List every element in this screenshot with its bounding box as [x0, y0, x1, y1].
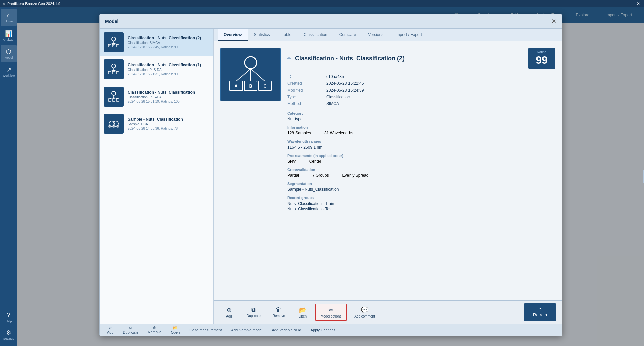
go-to-measurement-button[interactable]: Go to measurement	[186, 327, 225, 333]
remove-button[interactable]: 🗑 Remove	[268, 304, 290, 320]
sidebar-bottom: ? Help ⚙ Settings	[1, 308, 17, 346]
info-grid: ID c10aa435 Created 2024-05-28 15:22:45 …	[287, 74, 555, 106]
model-options-button[interactable]: ✏ Model options	[315, 304, 347, 321]
model-thumb-icon-3	[107, 90, 120, 103]
svg-line-32	[251, 69, 265, 81]
svg-point-27	[112, 125, 115, 128]
model-thumb-4	[104, 114, 124, 134]
wavelength-range-value: 1164.5 - 2509.1 nm	[287, 145, 555, 150]
model-info-2: Classification - Nuts_Classification (1)…	[128, 63, 209, 76]
info-row: 128 Samples 31 Wavelengths	[287, 131, 555, 135]
model-options-label: Model options	[321, 314, 341, 318]
model-item-sample-nuts[interactable]: Sample - Nuts_Classification Sample, PCA…	[100, 110, 213, 137]
action-remove-button[interactable]: 🗑 Remove	[144, 324, 165, 335]
duplicate-button[interactable]: ⧉ Duplicate	[242, 304, 265, 320]
detail-tab-statistics[interactable]: Statistics	[248, 29, 276, 41]
open-label: Open	[299, 314, 307, 318]
add-variable-or-id-button[interactable]: Add Variable or Id	[269, 327, 305, 333]
record-group-1: Nuts_Classification - Train	[287, 201, 555, 206]
action-duplicate-button[interactable]: ⧉ Duplicate	[120, 324, 142, 336]
sidebar-item-home[interactable]: ⌂ Home	[1, 9, 17, 26]
detail-tab-classification[interactable]: Classification	[298, 29, 333, 41]
model-thumb-icon-1: A B C	[107, 36, 120, 49]
retrain-button[interactable]: ↺ Retrain	[524, 303, 556, 321]
model-date-4: 2024-05-28 14:55:36, Ratings: 78	[128, 127, 209, 130]
detail-tab-versions[interactable]: Versions	[362, 29, 389, 41]
detail-tab-import-export[interactable]: Import / Export	[389, 29, 428, 41]
model-sub-1: Classification, SIMCA	[128, 41, 209, 45]
wavelength-section-title: Wavelength ranges	[287, 139, 555, 143]
modified-label: Modified	[287, 88, 321, 93]
rating-value: 99	[534, 54, 550, 66]
model-preview: A B C	[220, 48, 281, 101]
detail-tab-table[interactable]: Table	[276, 29, 298, 41]
model-modal: Model ✕	[99, 14, 562, 336]
open-button[interactable]: 📂 Open	[292, 304, 313, 320]
created-label: Created	[287, 81, 321, 86]
add-comment-button[interactable]: 💬 Add comment	[350, 304, 380, 320]
id-value: c10aa435	[326, 74, 555, 79]
crossval-spread: Evenly Spread	[342, 173, 368, 178]
action-open-button[interactable]: 📂 Open	[167, 324, 183, 336]
category-value: Nut type	[287, 117, 555, 121]
apply-changes-button[interactable]: Apply Changes	[307, 327, 339, 333]
title-bar-left: ◈ Prediktera Breeze Geo 2024.1.9	[3, 2, 60, 6]
add-icon: ⊕	[227, 306, 232, 314]
model-item-nuts-class[interactable]: Classification - Nuts_Classification Cla…	[100, 83, 213, 110]
svg-point-28	[116, 125, 119, 128]
add-button[interactable]: ⊕ Add	[219, 304, 239, 320]
created-value: 2024-05-28 15:22:45	[326, 81, 555, 86]
duplicate-icon: ⧉	[251, 306, 256, 313]
sidebar-item-help[interactable]: ? Help	[1, 308, 17, 326]
detail-tabs: Overview Statistics Table Classification	[214, 29, 562, 41]
pretreatments-section-title: Pretreatments (In applied order)	[287, 154, 555, 158]
sidebar-label-model: Model	[5, 56, 13, 59]
action-add-button[interactable]: ⊕ Add	[104, 324, 117, 336]
svg-rect-11	[108, 71, 111, 74]
modal-close-button[interactable]: ✕	[551, 18, 556, 25]
sidebar-item-model[interactable]: ⬡ Model	[1, 45, 17, 62]
method-value: SIMCA	[326, 101, 555, 106]
sidebar-label-workflow: Workflow	[3, 74, 15, 77]
detail-tab-compare[interactable]: Compare	[333, 29, 362, 41]
model-date-2: 2024-05-28 15:21:31, Ratings: 90	[128, 72, 209, 76]
rating-label: Rating	[534, 50, 550, 54]
restore-button[interactable]: □	[628, 1, 633, 6]
svg-rect-20	[116, 99, 119, 101]
model-thumb-3	[104, 86, 124, 107]
rating-box: Rating 99	[528, 48, 555, 69]
minimize-button[interactable]: ─	[619, 1, 625, 6]
help-icon: ?	[7, 312, 10, 319]
sidebar-item-analyzer[interactable]: 📊 Analyzer	[1, 27, 17, 44]
model-thumb-icon-2	[107, 63, 120, 76]
add-comment-label: Add comment	[354, 314, 375, 318]
pretreat-snv: SNV	[287, 159, 296, 164]
settings-icon: ⚙	[6, 329, 11, 336]
detail-header: ✏ Classification - Nuts_Classification (…	[287, 48, 555, 69]
model-options-icon: ✏	[329, 306, 334, 314]
model-item-nuts-class-2[interactable]: A B C Classification - Nuts_Classificati…	[100, 29, 213, 56]
title-bar-controls: ─ □ ✕	[619, 1, 641, 6]
add-sample-model-button[interactable]: Add Sample model	[228, 327, 266, 333]
model-info-3: Classification - Nuts_Classification Cla…	[128, 90, 209, 103]
action-add-label: Add	[107, 330, 114, 334]
samples-value: 128 Samples	[287, 131, 311, 135]
model-thumb-1: A B C	[104, 32, 124, 52]
modified-value: 2024-05-28 15:24:39	[326, 88, 555, 93]
action-add-icon: ⊕	[109, 326, 112, 330]
detail-tab-overview[interactable]: Overview	[218, 29, 248, 41]
pretreat-center: Center	[309, 159, 321, 164]
go-to-measurement-label: Go to measurement	[189, 328, 222, 332]
sidebar-item-workflow[interactable]: ↗ Workflow	[1, 63, 17, 80]
svg-rect-18	[108, 99, 111, 101]
model-sub-3: Classification, PLS-DA	[128, 95, 209, 99]
add-comment-icon: 💬	[361, 306, 368, 314]
model-item-nuts-class-1[interactable]: Classification - Nuts_Classification (1)…	[100, 56, 213, 83]
sidebar-item-settings[interactable]: ⚙ Settings	[1, 326, 17, 343]
action-remove-icon: 🗑	[153, 326, 156, 330]
close-button[interactable]: ✕	[635, 1, 641, 6]
segmentation-section-title: Segmentation	[287, 182, 555, 186]
crossval-row: Partial 7 Groups Evenly Spread	[287, 173, 555, 178]
svg-rect-19	[112, 99, 115, 101]
type-label: Type	[287, 95, 321, 99]
